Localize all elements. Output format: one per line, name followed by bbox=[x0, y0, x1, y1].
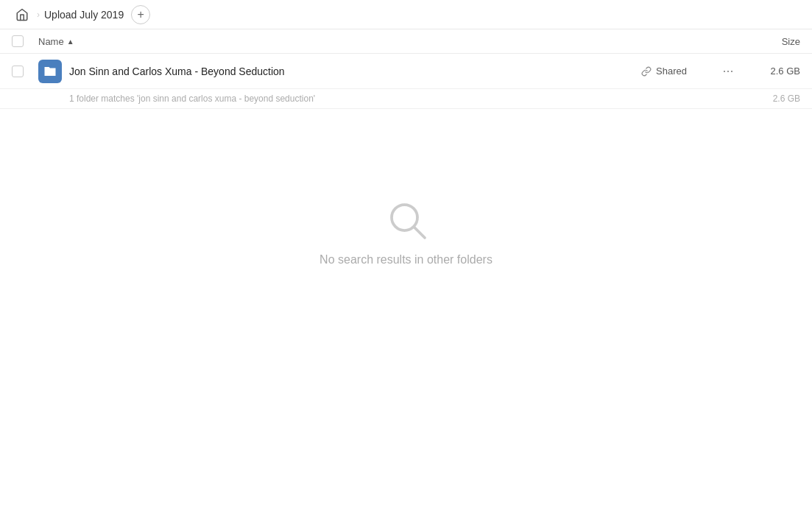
column-header-row: Name ▲ Size bbox=[0, 29, 812, 54]
empty-state: No search results in other folders bbox=[0, 109, 812, 311]
breadcrumb-separator: › bbox=[37, 10, 40, 20]
row-checkbox[interactable] bbox=[12, 66, 38, 77]
shared-label: Shared bbox=[656, 66, 687, 77]
sort-arrow-icon: ▲ bbox=[67, 38, 74, 46]
new-folder-button[interactable]: + bbox=[131, 5, 150, 24]
match-count-text: 1 folder matches 'jon sinn and carlos xu… bbox=[69, 93, 315, 104]
link-icon bbox=[641, 66, 652, 77]
shared-indicator: Shared bbox=[641, 66, 715, 77]
search-icon-large bbox=[384, 197, 428, 241]
home-button[interactable] bbox=[12, 4, 32, 25]
name-column-label: Name bbox=[38, 36, 64, 47]
file-size: 2.6 GB bbox=[741, 66, 800, 77]
file-name: Jon Sinn and Carlos Xuma - Beyond Seduct… bbox=[69, 66, 641, 77]
file-row[interactable]: Jon Sinn and Carlos Xuma - Beyond Seduct… bbox=[0, 54, 812, 89]
match-count-row: 1 folder matches 'jon sinn and carlos xu… bbox=[0, 89, 812, 109]
name-column-header[interactable]: Name ▲ bbox=[38, 36, 741, 47]
checkbox-box[interactable] bbox=[12, 35, 24, 47]
empty-state-text: No search results in other folders bbox=[319, 253, 493, 266]
svg-point-0 bbox=[392, 205, 417, 230]
match-size: 2.6 GB bbox=[773, 93, 800, 104]
select-all-checkbox[interactable] bbox=[12, 35, 38, 47]
breadcrumb-bar: › Upload July 2019 + bbox=[0, 0, 812, 29]
checkbox-box[interactable] bbox=[12, 66, 24, 77]
folder-icon bbox=[38, 60, 62, 83]
size-column-header: Size bbox=[741, 36, 800, 47]
breadcrumb-title: Upload July 2019 bbox=[44, 9, 124, 21]
svg-line-1 bbox=[414, 227, 425, 238]
more-options-button[interactable]: ··· bbox=[715, 63, 741, 79]
